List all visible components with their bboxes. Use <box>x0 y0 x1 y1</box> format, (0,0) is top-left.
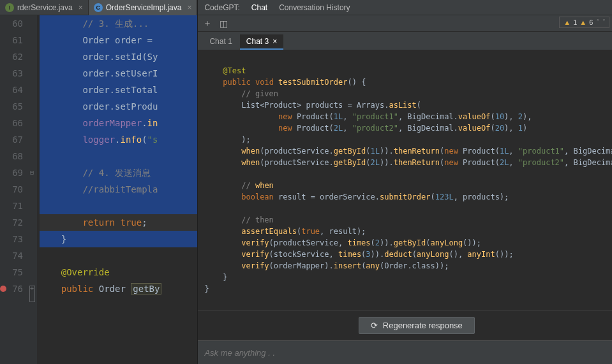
close-icon[interactable]: × <box>78 3 83 12</box>
chat-input[interactable]: Ask me anything . . <box>204 348 612 358</box>
code-body[interactable]: // 3. 生成... Order order = order.setId(Sy… <box>37 15 197 364</box>
code-area[interactable]: 6061626364656667686970717273747576 ⊟+ //… <box>0 15 197 364</box>
chat-tab-label: Chat 3 <box>246 37 269 46</box>
warning-icon: ▲ <box>579 18 586 26</box>
menu-chat[interactable]: Chat <box>251 3 267 12</box>
chat-toolbar: ＋ ◫ <box>198 15 612 32</box>
refresh-icon: ⟳ <box>371 321 378 330</box>
chevron-down-icon[interactable]: ˇ <box>603 19 605 26</box>
chat-header: CodeGPT: Chat Conversation History ⚙ <box>198 0 612 15</box>
regen-row: ⟳ Regenerate response <box>198 310 612 340</box>
editor-tabs: I rderService.java × C OrderServiceImpl.… <box>0 0 197 15</box>
java-class-icon: C <box>94 3 103 12</box>
file-tab-label: OrderServiceImpl.java <box>106 3 182 12</box>
warning-icon: ▲ <box>563 18 571 26</box>
regen-label: Regenerate response <box>383 321 463 330</box>
java-interface-icon: I <box>5 3 14 12</box>
close-icon[interactable]: × <box>187 3 191 12</box>
warn-count-1: 1 <box>573 18 577 26</box>
chat-tab-1[interactable]: Chat 1 <box>203 34 238 50</box>
close-icon[interactable]: × <box>272 37 277 46</box>
fold-column: ⊟+ <box>27 15 37 364</box>
panel-title: CodeGPT: <box>204 3 239 12</box>
chat-input-row: Ask me anything . . ➤ <box>198 340 612 364</box>
chevron-up-icon[interactable]: ˆ <box>597 19 599 26</box>
chat-panel: CodeGPT: Chat Conversation History ⚙ ＋ ◫… <box>198 0 612 364</box>
panels-icon[interactable]: ◫ <box>220 18 228 29</box>
code-editor: I rderService.java × C OrderServiceImpl.… <box>0 0 198 364</box>
line-gutter: 6061626364656667686970717273747576 <box>0 15 27 364</box>
chat-tab-3[interactable]: Chat 3 × <box>240 34 283 50</box>
new-chat-icon[interactable]: ＋ <box>203 18 212 29</box>
warn-count-2: 6 <box>589 18 593 26</box>
menu-history[interactable]: Conversation History <box>279 3 350 12</box>
chat-response[interactable]: @Test public void testSubmitOrder() { //… <box>198 50 612 310</box>
file-tab-rderservice[interactable]: I rderService.java × <box>0 0 89 15</box>
chat-tab-label: Chat 1 <box>209 37 232 46</box>
chat-tabs: Chat 1 Chat 3 × <box>198 32 612 50</box>
file-tab-label: rderService.java <box>17 3 73 12</box>
file-tab-orderserviceimpl[interactable]: C OrderServiceImpl.java × <box>89 0 198 15</box>
regenerate-button[interactable]: ⟳ Regenerate response <box>359 317 475 334</box>
inspection-bar[interactable]: ▲1 ▲6 ˆ ˇ <box>559 17 609 28</box>
